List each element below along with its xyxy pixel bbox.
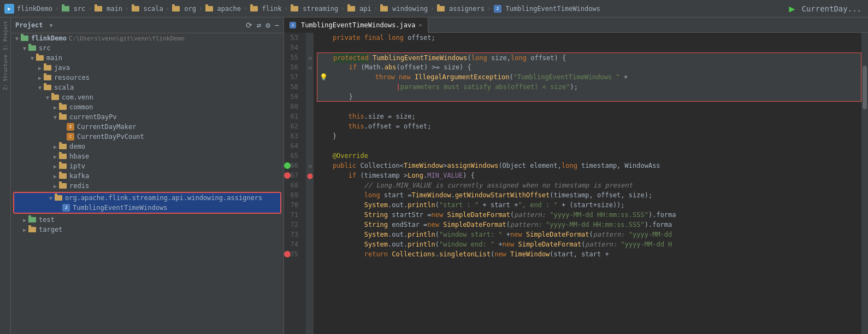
linenum-68: 68 [284,180,302,190]
breadcrumb-streaming[interactable]: streaming [303,5,338,13]
tree-item-src[interactable]: src [11,43,284,53]
code-editor: J TumblingEventTimeWindows.java ✕ 53 54 … [284,17,868,334]
breadcrumb-scala[interactable]: scala [144,5,163,13]
linenum-65: 65 [284,151,302,161]
gutter-65 [306,151,314,161]
tree-item-org-pkg[interactable]: org.apache.flink.streaming.api.windowing… [14,193,280,203]
breadcrumb-flink[interactable]: flink [262,5,282,13]
gutter-60 [306,102,314,112]
code-line-75: return Collections . singletonList ( new… [317,249,861,259]
breadcrumb-src[interactable]: src [74,5,86,13]
tree-item-common[interactable]: common [11,102,284,112]
tab-close-icon[interactable]: ✕ [419,22,422,28]
redis-label: redis [68,182,89,190]
settings-icon[interactable]: ⚙ [265,21,270,30]
breadcrumb-tumbling[interactable]: TumblingEventTimeWindows [506,5,600,13]
demo-icon [59,144,67,149]
tumbling-file-icon: J [494,5,501,13]
tree-item-currentdaymaker[interactable]: C CurrentDayMaker [11,122,284,132]
scrollbar-thumb[interactable] [863,66,867,109]
breadcrumb-assigners[interactable]: assigners [449,5,485,13]
linenum-75: 75 [284,249,302,259]
code-line-68: // Long.MIN_VALUE is currently assigned … [317,180,861,190]
code-area: 53 54 55 56 57 58 59 60 61 62 63 64 65 [284,33,868,334]
tree-item-kafka[interactable]: kafka [11,171,284,181]
linenum-71: 71 [284,210,302,220]
tree-item-hbase[interactable]: hbase [11,151,284,161]
breadcrumb-api[interactable]: api [359,5,371,13]
tab-file-icon: J [290,22,296,28]
main-icon [36,55,44,61]
vertical-scrollbar[interactable] [861,33,868,334]
hbase-icon [59,154,67,159]
code-line-57: 💡 throw new IllegalArgumentException ( "… [317,72,861,82]
panel-dropdown-icon[interactable]: ▼ [50,22,53,28]
editor-tabs: J TumblingEventTimeWindows.java ✕ [284,17,868,33]
tree-item-tumbling[interactable]: J TumblingEventTimeWindows [14,203,280,213]
test-icon [28,217,36,222]
org-pkg-label: org.apache.flink.streaming.api.windowing… [64,194,262,202]
linenum-66: 66 [284,161,302,171]
cursor-indicator: | [397,82,400,92]
tree-item-currentdaypv[interactable]: currentDayPv [11,112,284,122]
collapse-icon[interactable]: ⇄ [257,21,261,30]
main-label: main [45,54,62,62]
tree-item-comvenn[interactable]: com.venn [11,92,284,102]
gutter-75 [306,249,314,259]
arrow-comvenn [44,95,51,101]
app-icon: ▶ [4,4,14,14]
currentdaypvcount-icon: C [67,133,74,140]
tree-item-test[interactable]: test [11,215,284,225]
project-panel: Project ▼ ⟳ ⇄ ⚙ − flinkDemo C:\Users\ven… [11,17,284,334]
tree-item-iptv[interactable]: iptv [11,161,284,171]
main-layout: 1: Project Z: Structure Project ▼ ⟳ ⇄ ⚙ … [0,17,868,334]
tree-item-redis[interactable]: redis [11,181,284,191]
side-icon-1[interactable]: 1: Project [2,20,9,51]
breadcrumb-org[interactable]: org [184,5,196,13]
java-icon [44,65,51,71]
linenum-58: 58 [284,82,302,92]
gutter-56: ◁ [306,62,314,72]
gutter-bar: ◁ ◁ ◁ ⬤ [306,33,314,334]
arrow-main [28,55,36,61]
tree-item-resources[interactable]: resources [11,73,284,83]
breadcrumb-main[interactable]: main [107,5,122,13]
tree-item-scala[interactable]: scala [11,83,284,92]
gutter-71 [306,210,314,220]
iptv-label: iptv [68,162,85,170]
title-bar-left: ▶ flinkDemo › src › main › scala › org ›… [4,4,786,14]
code-line-61: this .size = size; [317,112,861,121]
side-icons: 1: Project Z: Structure [0,17,11,334]
side-icon-z[interactable]: Z: Structure [2,54,9,91]
current-day-button[interactable]: CurrentDay... [799,3,864,14]
tree-item-flinkdemo[interactable]: flinkDemo C:\Users\venn\git\venn\flinkDe… [11,33,284,43]
code-line-71: String startStr = new SimpleDateFormat (… [317,210,861,220]
tree-item-target[interactable]: target [11,225,284,235]
tree-item-demo[interactable]: demo [11,142,284,151]
linenum-60: 60 [284,102,302,112]
breadcrumb-windowing[interactable]: windowing [392,5,428,13]
api-folder-icon [347,6,355,11]
org-folder-icon [172,6,180,11]
sync-icon[interactable]: ⟳ [246,21,252,30]
breadcrumb-apache[interactable]: apache [217,5,241,13]
panel-title: Project [15,21,43,29]
linenum-61: 61 [284,112,302,121]
code-line-74: System .out. println ( "window end: " + … [317,239,861,249]
linenum-54: 54 [284,43,302,52]
tree-item-currentdaypvcount[interactable]: C CurrentDayPvCount [11,132,284,142]
line-numbers: 53 54 55 56 57 58 59 60 61 62 63 64 65 [284,33,306,334]
arrow-common [51,104,59,110]
hbase-label: hbase [68,153,89,160]
tree-item-java[interactable]: java [11,63,284,73]
code-line-59: } [317,92,861,102]
code-content[interactable]: private final long offset; protected Tum… [314,33,861,334]
run-button[interactable]: ▶ [789,3,795,14]
minimize-icon[interactable]: − [275,21,279,30]
currentdaymaker-label: CurrentDayMaker [76,123,136,131]
editor-tab-tumbling[interactable]: J TumblingEventTimeWindows.java ✕ [284,17,428,33]
code-line-62: this .offset = offset; [317,121,861,131]
flinkdemo-folder-icon [21,36,28,41]
tree-item-main[interactable]: main [11,53,284,63]
redis-icon [59,183,67,189]
